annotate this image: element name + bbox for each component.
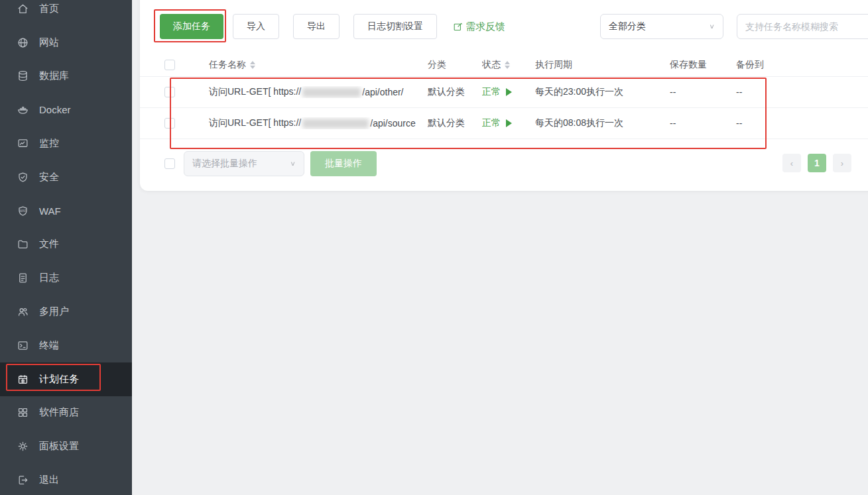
sidebar-item-label: Docker [39,104,71,115]
sidebar-item-label: 监控 [39,137,59,150]
calendar-icon [17,373,29,386]
sidebar-menu: 首页 网站 数据库 Docker 监控 安全 WAF WAF 文件 [0,0,132,495]
next-page-button[interactable]: › [833,154,851,172]
batch-operation-button[interactable]: 批量操作 [310,151,377,176]
sidebar-item-cron[interactable]: 计划任务 [0,362,132,396]
import-button[interactable]: 导入 [233,14,279,39]
sidebar-item-label: 退出 [39,474,59,486]
sidebar-item-label: 文件 [39,238,59,250]
sidebar-item-label: 网站 [39,36,59,49]
sidebar-item-appstore[interactable]: 软件商店 [0,396,132,430]
header-keep-count: 保存数量 [670,59,736,71]
task-name-suffix: /api/source [370,118,415,129]
redacted-url-segment [302,119,369,129]
task-name-prefix: 访问URL-GET[ https:// [209,117,301,129]
sidebar-item-label: 数据库 [39,70,69,82]
waf-shield-icon: WAF [17,205,29,217]
row-checkbox[interactable] [164,118,175,129]
category-filter-value: 全部分类 [609,21,646,32]
sort-status-icon[interactable] [505,61,510,69]
sidebar-item-settings[interactable]: 面板设置 [0,429,132,463]
sidebar-item-waf[interactable]: WAF WAF [0,194,132,228]
sidebar: 首页 网站 数据库 Docker 监控 安全 WAF WAF 文件 [0,0,132,495]
terminal-icon [17,339,29,352]
svg-text:WAF: WAF [19,209,26,213]
sidebar-item-security[interactable]: 安全 [0,160,132,194]
batch-bar: 请选择批量操作 ∨ 批量操作 [160,151,377,176]
toolbar: 添加任务 导入 导出 日志切割设置 需求反馈 全部分类 ∨ [160,14,868,39]
header-task-name: 任务名称 [209,59,246,71]
feedback-link[interactable]: 需求反馈 [452,21,505,33]
sidebar-item-label: 计划任务 [39,373,79,386]
table-row[interactable]: 访问URL-GET[ https:// /api/other/ 默认分类 正常 … [140,77,868,108]
task-table: 任务名称 分类 状态 执行周期 保存数量 备份到 访问URL-GET[ http… [140,53,868,139]
sidebar-item-logout[interactable]: 退出 [0,463,132,495]
status-badge: 正常 [482,117,501,129]
toolbar-right: 全部分类 ∨ [600,14,868,39]
monitor-icon [17,137,29,150]
cron-task-panel: 添加任务 导入 导出 日志切割设置 需求反馈 全部分类 ∨ 任务名称 分类 状态 [140,0,868,191]
sidebar-item-files[interactable]: 文件 [0,228,132,262]
redacted-url-segment [302,87,361,97]
log-file-icon [17,272,29,284]
sidebar-item-multiuser[interactable]: 多用户 [0,295,132,329]
task-name-suffix: /api/other/ [362,87,403,97]
category-filter-select[interactable]: 全部分类 ∨ [600,14,723,39]
add-task-button[interactable]: 添加任务 [160,14,223,39]
sidebar-item-docker[interactable]: Docker [0,93,132,127]
sidebar-item-label: 日志 [39,272,59,284]
gear-icon [17,440,29,453]
task-name-cell: 访问URL-GET[ https:// /api/other/ [209,86,428,98]
sidebar-item-label: 面板设置 [39,440,79,453]
header-status: 状态 [482,59,501,71]
database-icon [17,70,29,82]
header-category: 分类 [428,59,482,71]
docker-icon [17,103,29,116]
task-name-cell: 访问URL-GET[ https:// /api/source [209,117,428,129]
status-badge: 正常 [482,86,501,98]
sidebar-item-label: 多用户 [39,305,69,318]
prev-page-button[interactable]: ‹ [782,154,801,172]
batch-select-all-checkbox[interactable] [164,158,175,169]
sidebar-item-database[interactable]: 数据库 [0,60,132,93]
shield-check-icon [17,171,29,184]
select-all-checkbox[interactable] [164,60,175,70]
sort-task-name-icon[interactable] [250,61,255,69]
export-button[interactable]: 导出 [293,14,340,39]
task-category: 默认分类 [428,86,482,98]
header-backup-to: 备份到 [736,59,868,71]
task-period: 每天的23:00执行一次 [535,86,670,98]
log-split-settings-button[interactable]: 日志切割设置 [353,14,437,39]
task-search-input[interactable] [737,14,868,39]
table-header-row: 任务名称 分类 状态 执行周期 保存数量 备份到 [140,53,868,77]
task-backup-to: -- [736,118,868,129]
globe-icon [17,36,29,49]
logout-icon [17,474,29,486]
batch-operation-select[interactable]: 请选择批量操作 ∨ [184,151,304,176]
app-grid-icon [17,406,29,419]
sidebar-item-monitor[interactable]: 监控 [0,127,132,160]
folder-icon [17,238,29,250]
sidebar-item-logs[interactable]: 日志 [0,261,132,295]
pagination: ‹ 1 › [782,154,851,172]
header-period: 执行周期 [535,59,670,71]
sidebar-item-terminal[interactable]: 终端 [0,329,132,362]
feedback-edit-icon [452,21,464,32]
task-category: 默认分类 [428,117,482,129]
run-task-play-icon[interactable] [506,119,512,127]
task-keep-count: -- [670,87,736,97]
sidebar-item-label: 首页 [39,3,59,15]
sidebar-item-home[interactable]: 首页 [0,0,132,26]
sidebar-item-label: 终端 [39,339,59,352]
task-period: 每天的08:08执行一次 [535,117,670,129]
sidebar-item-label: WAF [39,205,61,217]
sidebar-item-website[interactable]: 网站 [0,26,132,60]
row-checkbox[interactable] [164,87,175,97]
task-keep-count: -- [670,118,736,129]
chevron-down-icon: ∨ [290,160,296,167]
sidebar-item-label: 软件商店 [39,406,79,419]
page-number-current[interactable]: 1 [808,154,826,172]
run-task-play-icon[interactable] [506,88,512,96]
table-row[interactable]: 访问URL-GET[ https:// /api/source 默认分类 正常 … [140,108,868,139]
task-backup-to: -- [736,87,868,97]
